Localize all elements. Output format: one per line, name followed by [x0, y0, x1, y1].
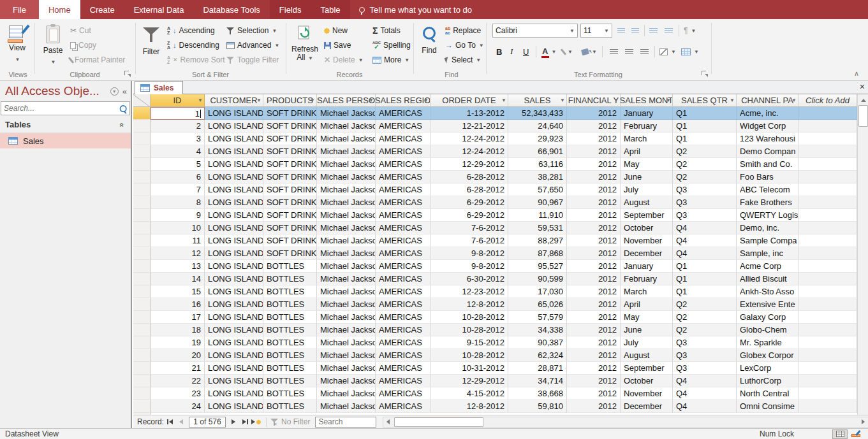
table-cell[interactable]: 2012 — [567, 375, 621, 387]
table-cell[interactable]: 2012 — [567, 349, 621, 362]
table-cell-empty[interactable] — [798, 324, 857, 336]
table-cell[interactable]: AMERICAS — [376, 234, 430, 247]
column-filter-arrow-icon[interactable]: ▼ — [791, 97, 797, 103]
table-cell[interactable]: AMERICAS — [376, 362, 430, 375]
table-cell[interactable]: Michael Jackso — [317, 184, 376, 196]
table-cell[interactable]: 6-30-2012 — [430, 273, 508, 285]
table-cell[interactable]: 10-28-2012 — [430, 324, 508, 336]
table-cell[interactable]: 2012 — [567, 107, 621, 120]
table-cell[interactable]: AMERICAS — [376, 184, 430, 196]
table-cell[interactable]: LONG ISLANDS — [205, 196, 263, 209]
table-cell[interactable]: Foo Bars — [737, 171, 798, 184]
table-cell[interactable]: AMERICAS — [376, 285, 430, 298]
previous-record-button[interactable] — [175, 417, 187, 428]
table-cell[interactable]: 2 — [151, 120, 205, 133]
table-cell[interactable]: BOTTLES — [263, 260, 317, 273]
table-cell[interactable]: 57,579 — [508, 311, 567, 324]
table-cell[interactable]: Demo Compan — [737, 145, 798, 158]
table-cell[interactable]: Fake Brothers — [737, 196, 798, 209]
table-cell[interactable]: Michael Jackso — [317, 120, 376, 133]
table-cell[interactable]: 6 — [151, 171, 205, 184]
table-cell[interactable]: Globex Corpor — [737, 349, 798, 362]
table-cell[interactable]: SOFT DRINKS — [263, 158, 317, 171]
record-selector[interactable] — [133, 349, 151, 362]
table-cell[interactable]: 2012 — [567, 247, 621, 260]
table-cell[interactable]: 5 — [151, 158, 205, 171]
table-cell[interactable]: LONG ISLANDS — [205, 107, 263, 120]
table-cell[interactable]: BOTTLES — [263, 336, 317, 349]
table-cell[interactable]: 9 — [151, 209, 205, 222]
table-cell[interactable]: 2012 — [567, 285, 621, 298]
nav-item-sales[interactable]: Sales — [0, 133, 131, 148]
table-cell[interactable]: 2012 — [567, 209, 621, 222]
record-selector[interactable] — [133, 400, 151, 413]
table-cell[interactable]: Michael Jackso — [317, 107, 376, 120]
table-cell[interactable]: LONG ISLANDS — [205, 349, 263, 362]
table-cell[interactable]: LONG ISLANDS — [205, 387, 263, 400]
find-button[interactable]: Find — [417, 22, 441, 76]
table-cell[interactable]: 59,810 — [508, 400, 567, 413]
table-cell[interactable]: LONG ISLANDS — [205, 184, 263, 196]
table-cell[interactable]: AMERICAS — [376, 120, 430, 133]
table-cell[interactable]: 95,527 — [508, 260, 567, 273]
table-cell[interactable]: AMERICAS — [376, 209, 430, 222]
column-header-channel-pa[interactable]: CHANNEL PA▼ — [737, 94, 798, 107]
table-cell[interactable]: SOFT DRINKS — [263, 196, 317, 209]
table-cell-empty[interactable] — [798, 222, 857, 234]
table-cell[interactable]: 12-29-2012 — [430, 158, 508, 171]
table-cell[interactable]: SOFT DRINKS — [263, 222, 317, 234]
column-header-order-date[interactable]: ORDER DATE▼ — [430, 94, 508, 107]
goto-button[interactable]: →Go To▼ — [445, 38, 484, 52]
column-filter-arrow-icon[interactable]: ▼ — [423, 97, 429, 103]
table-cell[interactable]: January — [621, 107, 673, 120]
table-cell[interactable]: BOTTLES — [263, 362, 317, 375]
table-cell-empty[interactable] — [798, 285, 857, 298]
table-cell[interactable]: 21 — [151, 362, 205, 375]
first-record-button[interactable] — [164, 417, 175, 428]
table-cell[interactable]: 22 — [151, 375, 205, 387]
table-cell-empty[interactable] — [798, 107, 857, 120]
table-cell[interactable]: 2012 — [567, 387, 621, 400]
table-cell[interactable]: 12 — [151, 247, 205, 260]
table-cell[interactable]: October — [621, 375, 673, 387]
table-cell[interactable]: May — [621, 158, 673, 171]
record-selector[interactable] — [133, 273, 151, 285]
table-cell[interactable]: December — [621, 247, 673, 260]
table-cell[interactable]: Michael Jackso — [317, 158, 376, 171]
column-filter-arrow-icon[interactable]: ▼ — [501, 97, 506, 103]
table-cell[interactable]: AMERICAS — [376, 247, 430, 260]
record-position-box[interactable]: 1 of 576 — [189, 417, 226, 428]
table-cell[interactable]: BOTTLES — [263, 375, 317, 387]
table-cell[interactable]: 9-8-2012 — [430, 260, 508, 273]
table-cell[interactable]: LONG ISLANDS — [205, 247, 263, 260]
column-header-products[interactable]: PRODUCTS▼ — [263, 94, 317, 107]
table-cell[interactable]: 9-15-2012 — [430, 336, 508, 349]
new-record-button[interactable]: New — [324, 24, 348, 38]
table-cell[interactable]: 87,868 — [508, 247, 567, 260]
gridlines-button[interactable]: ▼ — [681, 45, 699, 59]
table-cell[interactable]: 19 — [151, 336, 205, 349]
tell-me[interactable]: Tell me what you want to do — [350, 0, 472, 19]
column-header-sales-regio[interactable]: SALES REGIO▼ — [376, 94, 430, 107]
table-cell[interactable]: LONG ISLANDS — [205, 158, 263, 171]
table-cell[interactable]: 2012 — [567, 311, 621, 324]
table-cell[interactable]: Michael Jackso — [317, 171, 376, 184]
table-cell[interactable]: LONG ISLANDS — [205, 145, 263, 158]
table-cell[interactable]: AMERICAS — [376, 298, 430, 311]
table-cell[interactable]: Michael Jackso — [317, 311, 376, 324]
table-cell[interactable]: BOTTLES — [263, 400, 317, 413]
table-cell[interactable]: LONG ISLANDS — [205, 324, 263, 336]
align-left-button[interactable] — [610, 45, 618, 59]
align-center-button[interactable] — [625, 45, 633, 59]
table-cell[interactable]: Michael Jackso — [317, 196, 376, 209]
record-selector[interactable] — [133, 247, 151, 260]
record-selector[interactable] — [133, 387, 151, 400]
table-cell[interactable]: 12-23-2012 — [430, 285, 508, 298]
table-cell[interactable]: 12-21-2012 — [430, 120, 508, 133]
table-cell[interactable]: 2012 — [567, 324, 621, 336]
record-selector[interactable] — [133, 184, 151, 196]
table-cell[interactable]: LONG ISLANDS — [205, 336, 263, 349]
table-cell[interactable]: Q2 — [673, 145, 737, 158]
table-cell[interactable]: Q1 — [673, 133, 737, 145]
table-cell[interactable]: Q1 — [673, 120, 737, 133]
